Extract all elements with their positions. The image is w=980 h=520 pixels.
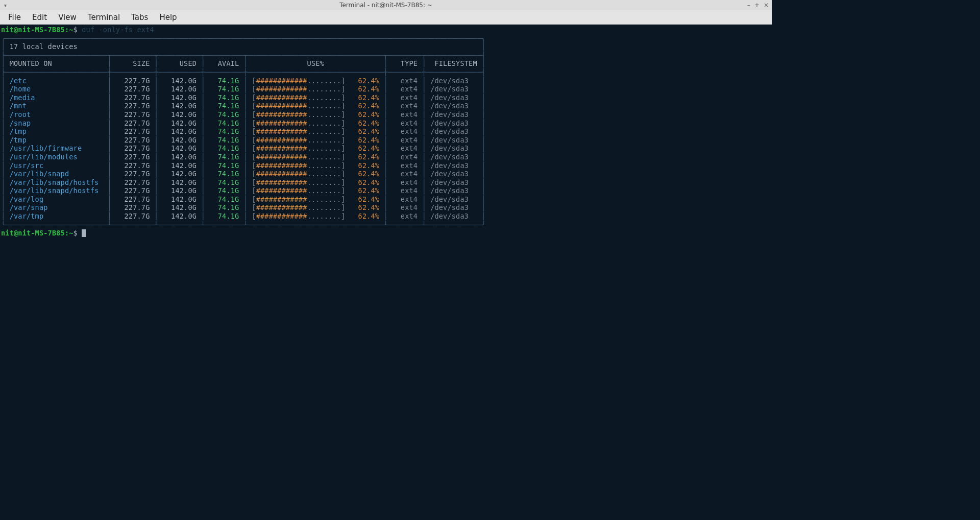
- window-buttons: – + ×: [747, 2, 769, 9]
- minimize-button[interactable]: –: [747, 2, 750, 9]
- titlebar-dropdown-icon[interactable]: ▾: [0, 3, 11, 8]
- menubar: File Edit View Terminal Tabs Help: [0, 10, 772, 25]
- terminal-window: ▾ Terminal - nit@nit-MS-7B85: ~ – + × Fi…: [0, 0, 772, 409]
- menu-file[interactable]: File: [3, 12, 26, 23]
- menu-view[interactable]: View: [53, 12, 82, 23]
- titlebar: ▾ Terminal - nit@nit-MS-7B85: ~ – + ×: [0, 0, 772, 10]
- window-title: Terminal - nit@nit-MS-7B85: ~: [339, 2, 432, 9]
- menu-help[interactable]: Help: [154, 12, 182, 23]
- menu-edit[interactable]: Edit: [27, 12, 52, 23]
- terminal-viewport[interactable]: nit@nit-MS-7B85:~$ duf -only-fs ext4╭───…: [0, 25, 772, 409]
- cursor: [82, 229, 86, 237]
- menu-tabs[interactable]: Tabs: [126, 12, 153, 23]
- close-button[interactable]: ×: [764, 2, 769, 9]
- maximize-button[interactable]: +: [754, 2, 760, 9]
- menu-terminal[interactable]: Terminal: [83, 12, 125, 23]
